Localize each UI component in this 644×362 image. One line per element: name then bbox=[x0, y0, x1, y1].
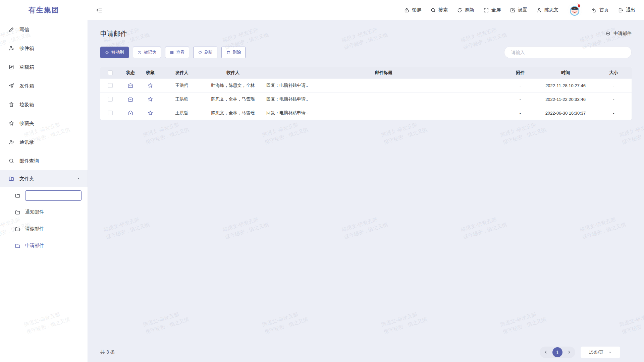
refresh-icon bbox=[457, 7, 463, 13]
search-button[interactable]: 搜索 bbox=[430, 7, 448, 13]
sidebar: 写信 收件箱 草稿箱 发件箱 垃圾箱 bbox=[0, 20, 88, 362]
button-label: 查看 bbox=[176, 50, 184, 55]
folder-icon bbox=[15, 243, 20, 249]
folder-item-apply[interactable]: 申请邮件 bbox=[0, 237, 88, 254]
cell-recipients: 叶海峰，陈思文，全林 bbox=[204, 82, 262, 88]
page-title: 申请邮件 bbox=[100, 29, 127, 38]
page-size-select[interactable]: 15条/页 bbox=[581, 347, 620, 358]
sidebar-label: 垃圾箱 bbox=[19, 102, 34, 108]
sidebar-item-trash[interactable]: 垃圾箱 bbox=[0, 95, 88, 114]
cell-time: 2022-11-28 10:27:46 bbox=[535, 83, 596, 88]
settings-label: 设置 bbox=[518, 7, 527, 13]
fullscreen-label: 全屏 bbox=[491, 7, 501, 13]
refresh-button[interactable]: 刷新 bbox=[457, 7, 474, 13]
favorite-star-icon[interactable] bbox=[141, 96, 160, 102]
prev-page-button[interactable] bbox=[544, 350, 548, 354]
sidebar-item-contacts[interactable]: 通讯录 bbox=[0, 133, 88, 152]
row-checkbox[interactable] bbox=[108, 111, 113, 115]
user-icon bbox=[536, 7, 542, 13]
new-folder-input[interactable] bbox=[25, 190, 82, 201]
table-row[interactable]: 王洪哲 叶海峰，陈思文，全林 回复：电脑补贴申请.. - 2022-11-28 … bbox=[100, 78, 632, 92]
row-checkbox[interactable] bbox=[108, 97, 113, 102]
avatar[interactable] bbox=[568, 3, 582, 17]
sidebar-label: 收藏夹 bbox=[19, 120, 34, 127]
mail-read-icon[interactable] bbox=[120, 110, 141, 116]
fullscreen-icon bbox=[483, 7, 489, 13]
sidebar-item-inbox[interactable]: 收件箱 bbox=[0, 39, 88, 58]
current-user-label: 陈思文 bbox=[544, 7, 558, 13]
home-label: 首页 bbox=[599, 7, 609, 13]
page-number-button[interactable]: 1 bbox=[552, 347, 562, 357]
select-all-checkbox[interactable] bbox=[108, 70, 113, 75]
chevron-up-icon[interactable] bbox=[76, 176, 81, 181]
view-list-icon bbox=[170, 50, 174, 55]
current-user[interactable]: 陈思文 bbox=[536, 7, 558, 13]
sidebar-label: 写信 bbox=[19, 26, 29, 33]
cell-time: 2022-06-30 16:30:37 bbox=[535, 111, 596, 116]
cell-attachment: - bbox=[505, 111, 535, 116]
favorite-star-icon[interactable] bbox=[141, 110, 160, 116]
inbox-icon bbox=[8, 45, 14, 51]
sidebar-label: 草稿箱 bbox=[19, 64, 34, 70]
home-button[interactable]: 首页 bbox=[591, 7, 609, 13]
sidebar-item-mail-search[interactable]: 邮件查询 bbox=[0, 152, 88, 170]
table-row[interactable]: 王洪哲 陈思文，全林，马雪瑶 回复：电脑补贴申请.. - 2022-11-22 … bbox=[100, 92, 632, 106]
view-button[interactable]: 查看 bbox=[165, 47, 189, 58]
delete-button[interactable]: 删除 bbox=[221, 47, 246, 58]
logout-label: 退出 bbox=[626, 7, 635, 13]
mail-table: 状态 收藏 发件人 收件人 邮件标题 附件 时间 大小 王洪哲 叶海峰，陈思文，… bbox=[100, 67, 632, 120]
folder-icon bbox=[15, 226, 20, 232]
cell-recipients: 陈思文，全林，马雪瑶 bbox=[204, 110, 262, 116]
logout-button[interactable]: 退出 bbox=[618, 7, 635, 13]
mail-read-icon[interactable] bbox=[120, 82, 141, 88]
mark-as-button[interactable]: 标记为 bbox=[133, 47, 161, 58]
cell-subject[interactable]: 回复：电脑补贴申请.. bbox=[262, 110, 505, 116]
table-header-row: 状态 收藏 发件人 收件人 邮件标题 附件 时间 大小 bbox=[100, 67, 632, 78]
sidebar-item-drafts[interactable]: 草稿箱 bbox=[0, 58, 88, 76]
lock-screen-button[interactable]: 锁屏 bbox=[404, 7, 421, 13]
col-favorite: 收藏 bbox=[141, 70, 160, 76]
cell-subject[interactable]: 回复：电脑补贴申请.. bbox=[262, 82, 505, 88]
next-page-button[interactable] bbox=[567, 350, 571, 354]
col-attachment: 附件 bbox=[505, 70, 535, 76]
row-checkbox[interactable] bbox=[108, 83, 113, 88]
settings-button[interactable]: 设置 bbox=[510, 7, 527, 13]
mail-filter-input[interactable] bbox=[504, 46, 632, 58]
fullscreen-button[interactable]: 全屏 bbox=[483, 7, 501, 13]
col-recipients: 收件人 bbox=[204, 70, 262, 76]
folders-header-label: 文件夹 bbox=[19, 176, 34, 182]
mail-read-icon[interactable] bbox=[120, 96, 141, 102]
button-label: 移动到 bbox=[111, 50, 124, 55]
new-folder-row bbox=[0, 187, 88, 204]
refresh-list-button[interactable]: 刷新 bbox=[193, 47, 217, 58]
folder-label: 申请邮件 bbox=[25, 243, 44, 249]
move-icon bbox=[105, 50, 109, 55]
location-icon bbox=[605, 31, 611, 36]
sidebar-label: 邮件查询 bbox=[19, 158, 39, 164]
refresh-icon bbox=[198, 50, 202, 55]
page-size-value: 15条/页 bbox=[589, 349, 603, 355]
table-row[interactable]: 王洪哲 陈思文，全林，马雪瑶 回复：电脑补贴申请.. - 2022-06-30 … bbox=[100, 106, 632, 120]
folder-item-leave[interactable]: 请假邮件 bbox=[0, 221, 88, 237]
sidebar-item-compose[interactable]: 写信 bbox=[0, 20, 88, 39]
cell-sender: 王洪哲 bbox=[160, 82, 204, 88]
button-label: 删除 bbox=[232, 50, 241, 55]
cell-size: - bbox=[596, 111, 632, 116]
breadcrumb-label: 申请邮件 bbox=[613, 31, 632, 37]
col-subject: 邮件标题 bbox=[262, 70, 505, 76]
toolbar: 移动到 标记为 查看 刷新 bbox=[100, 46, 632, 58]
sidebar-item-favorites[interactable]: 收藏夹 bbox=[0, 114, 88, 133]
favorite-star-icon[interactable] bbox=[141, 82, 160, 88]
move-to-button[interactable]: 移动到 bbox=[100, 47, 129, 58]
cell-sender: 王洪哲 bbox=[160, 110, 204, 116]
folder-plus-icon bbox=[8, 176, 14, 182]
sidebar-item-folders[interactable]: 文件夹 bbox=[0, 170, 88, 187]
sidebar-label: 通讯录 bbox=[19, 139, 34, 145]
folder-item-notice[interactable]: 通知邮件 bbox=[0, 204, 88, 221]
sidebar-fold-icon[interactable] bbox=[96, 7, 103, 13]
total-count: 共 3 条 bbox=[100, 349, 115, 355]
cell-recipients: 陈思文，全林，马雪瑶 bbox=[204, 96, 262, 102]
sidebar-item-sent[interactable]: 发件箱 bbox=[0, 76, 88, 95]
sidebar-label: 发件箱 bbox=[19, 83, 34, 89]
cell-subject[interactable]: 回复：电脑补贴申请.. bbox=[262, 96, 505, 102]
